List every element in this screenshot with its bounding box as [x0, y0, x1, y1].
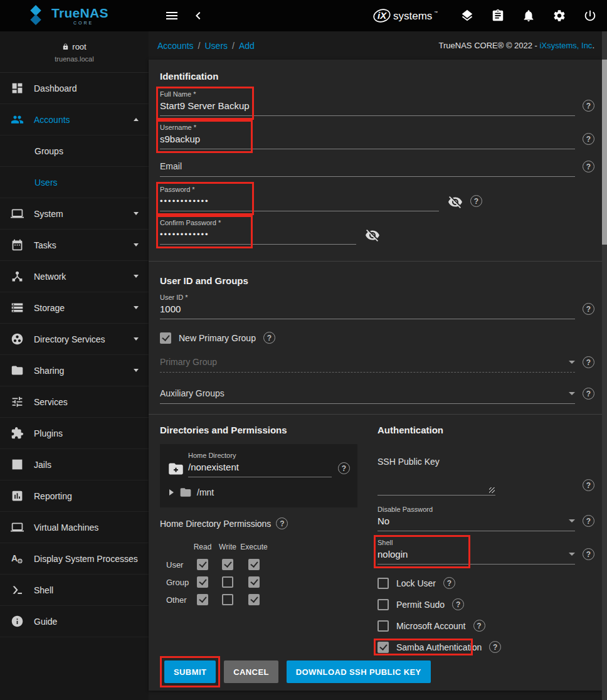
home-directory-field[interactable]: Home Directory /nonexistent [188, 452, 332, 477]
sidebar-item-users[interactable]: Users [0, 167, 149, 198]
help-icon[interactable] [443, 577, 455, 589]
hostname: truenas.local [0, 55, 149, 63]
help-icon[interactable] [583, 388, 594, 400]
full-name-field[interactable]: Full Name * Start9 Server Backup [160, 90, 575, 116]
sidebar-user-block: root truenas.local [0, 31, 149, 73]
help-icon[interactable] [583, 133, 594, 145]
folder-icon [179, 486, 192, 499]
email-placeholder: Email [160, 161, 575, 172]
sidebar-item-network[interactable]: Network [0, 261, 149, 292]
user-read-checkbox[interactable] [197, 559, 208, 570]
shell-select[interactable]: Shell nologin [377, 539, 575, 565]
sidebar-item-system[interactable]: System [0, 198, 149, 230]
eye-off-icon[interactable] [448, 194, 463, 209]
ssh-public-key-textarea[interactable] [377, 469, 495, 496]
username-field[interactable]: Username * s9backup [160, 124, 575, 149]
help-icon[interactable] [452, 598, 464, 610]
tree-node-label: /mnt [197, 487, 214, 497]
column-read: Read [190, 543, 215, 551]
help-icon[interactable] [276, 517, 288, 529]
help-icon[interactable] [489, 641, 501, 653]
primary-group-select[interactable]: Primary Group [160, 355, 575, 373]
sidebar-item-dashboard[interactable]: Dashboard [0, 73, 149, 104]
help-icon[interactable] [583, 303, 594, 315]
permit-sudo-checkbox[interactable] [377, 599, 389, 610]
microsoft-account-checkbox[interactable] [377, 620, 389, 632]
sidebar-item-display-system-processes[interactable]: A Display System Processes [0, 543, 149, 575]
gear-icon[interactable] [551, 8, 567, 24]
processes-icon: A [9, 551, 24, 566]
password-field[interactable]: Password * •••••••••••• [160, 186, 439, 211]
sidebar-item-services[interactable]: Services [0, 386, 149, 418]
breadcrumb-add[interactable]: Add [239, 41, 255, 51]
help-icon[interactable] [338, 462, 350, 474]
dropdown-caret-icon [569, 392, 575, 395]
scrollbar[interactable] [602, 31, 607, 700]
other-read-checkbox[interactable] [197, 594, 208, 605]
group-execute-checkbox[interactable] [248, 576, 260, 588]
help-icon[interactable] [470, 195, 482, 207]
permit-sudo-row: Permit Sudo [377, 598, 594, 610]
help-icon[interactable] [263, 332, 275, 344]
help-icon[interactable] [583, 548, 594, 560]
sidebar-item-plugins[interactable]: Plugins [0, 418, 149, 449]
sidebar-item-accounts[interactable]: Accounts [0, 104, 149, 135]
user-id-field[interactable]: User ID * 1000 [160, 294, 575, 319]
folder-add-icon[interactable] [167, 460, 184, 476]
user-write-checkbox[interactable] [222, 559, 233, 570]
help-icon[interactable] [473, 620, 485, 632]
new-primary-group-checkbox[interactable] [160, 332, 171, 344]
sidebar-item-guide[interactable]: Guide [0, 606, 149, 637]
sidebar-item-tasks[interactable]: Tasks [0, 230, 149, 261]
sidebar-item-groups[interactable]: Groups [0, 135, 149, 167]
breadcrumb-accounts[interactable]: Accounts [157, 41, 194, 51]
breadcrumb: Accounts / Users / Add TrueNAS CORE® © 2… [149, 31, 607, 60]
lock-user-row: Lock User [377, 577, 594, 589]
scrollbar-thumb[interactable] [602, 60, 607, 245]
auxiliary-groups-select[interactable]: Auxiliary Groups [160, 386, 575, 404]
download-ssh-public-key-button[interactable]: DOWNLOAD SSH PUBLIC KEY [287, 660, 431, 683]
layers-icon[interactable] [459, 8, 475, 24]
other-execute-checkbox[interactable] [248, 594, 260, 605]
disable-password-select[interactable]: Disable Password No [377, 506, 575, 531]
permit-sudo-label: Permit Sudo [396, 600, 445, 610]
breadcrumb-users[interactable]: Users [204, 41, 228, 51]
menu-icon[interactable] [164, 8, 180, 24]
user-execute-checkbox[interactable] [248, 559, 260, 570]
help-icon[interactable] [583, 100, 594, 112]
sidebar-item-storage[interactable]: Storage [0, 292, 149, 324]
tree-expand-icon[interactable] [169, 489, 174, 496]
group-write-checkbox[interactable] [222, 576, 233, 588]
email-field[interactable]: Email [160, 159, 575, 177]
disable-password-label: Disable Password [377, 506, 575, 514]
bell-icon[interactable] [520, 8, 537, 24]
chevron-left-icon[interactable] [190, 8, 206, 24]
tree-node-mnt[interactable]: /mnt [167, 486, 350, 499]
help-icon[interactable] [583, 356, 594, 368]
sidebar-item-shell[interactable]: Shell [0, 575, 149, 606]
copyright: TrueNAS CORE® © 2022 - iXsystems, Inc. [439, 41, 594, 50]
power-icon[interactable] [582, 8, 598, 24]
confirm-password-field[interactable]: Confirm Password * •••••••••••• [160, 219, 356, 245]
sidebar-item-virtual-machines[interactable]: Virtual Machines [0, 512, 149, 543]
lock-user-checkbox[interactable] [377, 578, 389, 589]
help-icon[interactable] [583, 479, 594, 491]
ixsystems-link[interactable]: iXsystems, Inc [540, 41, 593, 50]
sidebar-item-directory-services[interactable]: Directory Services [0, 324, 149, 355]
sidebar-item-jails[interactable]: Jails [0, 449, 149, 480]
sidebar-item-sharing[interactable]: Sharing [0, 355, 149, 386]
directories-column: Directories and Permissions Home Directo… [160, 425, 377, 653]
puzzle-icon [9, 426, 24, 441]
sidebar-item-reporting[interactable]: Reporting [0, 480, 149, 512]
clipboard-icon[interactable] [490, 8, 506, 24]
group-read-checkbox[interactable] [197, 576, 208, 588]
submit-button[interactable]: SUBMIT [164, 660, 216, 683]
samba-authentication-checkbox[interactable] [377, 642, 389, 653]
help-icon[interactable] [583, 515, 594, 527]
people-icon [9, 112, 24, 127]
other-write-checkbox[interactable] [222, 594, 233, 605]
password-value: •••••••••••• [160, 196, 439, 206]
help-icon[interactable] [583, 161, 594, 172]
eye-off-icon[interactable] [365, 228, 380, 243]
cancel-button[interactable]: CANCEL [224, 660, 278, 683]
